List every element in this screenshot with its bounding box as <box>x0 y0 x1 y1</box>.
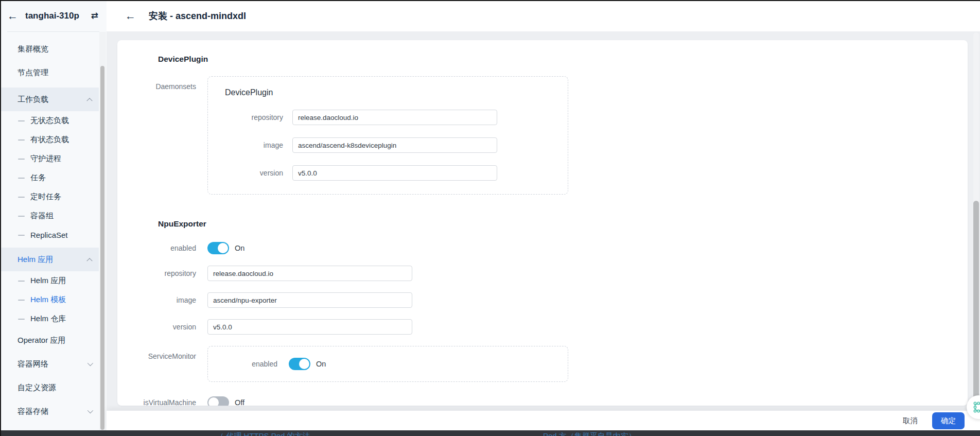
version-label: version <box>208 169 292 177</box>
form-row: repository <box>208 110 568 125</box>
sm-enabled-label: enabled <box>208 360 289 368</box>
dash-icon <box>18 197 25 198</box>
form-row: enabled On <box>208 358 568 370</box>
window-edge-left <box>0 0 1 436</box>
sidebar-item-label: 有状态负载 <box>30 135 69 145</box>
sidebar-header: ← tanghai-310p ⇄ <box>0 0 107 31</box>
sm-enabled-state-text: On <box>316 360 326 368</box>
daemonsets-row: Daemonsets DevicePlugin repository image… <box>117 76 968 195</box>
image-input[interactable] <box>292 137 497 153</box>
chevron-down-icon[interactable] <box>87 408 93 413</box>
isvirtualmachine-toggle[interactable] <box>207 396 229 406</box>
dash-icon <box>18 139 25 141</box>
sidebar-item-label: Helm 仓库 <box>30 314 66 324</box>
refresh-icon[interactable]: ⇄ <box>91 10 98 21</box>
dash-icon <box>18 120 25 121</box>
deviceplugin-panel-title: DevicePlugin <box>225 88 568 97</box>
deviceplugin-panel: DevicePlugin repository image version <box>207 76 568 195</box>
sidebar-section-workloads[interactable]: 工作负载 <box>0 88 99 111</box>
sidebar-scrollbar-track[interactable] <box>99 32 106 436</box>
window-edge-top <box>0 0 980 1</box>
sidebar-item-label: 工作负载 <box>18 95 48 104</box>
sidebar-item-container-network[interactable]: 容器网络 <box>0 352 99 376</box>
image-input[interactable] <box>207 292 412 308</box>
sidebar-item-label: Helm 模板 <box>30 295 66 305</box>
sidebar-item-daemon-process[interactable]: 守护进程 <box>0 149 99 168</box>
sm-enabled-toggle[interactable] <box>289 358 310 370</box>
sidebar-item-helm-repos[interactable]: Helm 仓库 <box>0 309 99 328</box>
sidebar-item-cluster-overview[interactable]: 集群概览 <box>0 37 99 61</box>
repository-label: repository <box>117 269 207 277</box>
servicemonitor-panel: enabled On <box>207 346 568 382</box>
content-scrollbar-thumb[interactable] <box>973 201 979 406</box>
enabled-state-text: On <box>235 244 244 252</box>
sidebar-item-stateless-workloads[interactable]: 无状态负载 <box>0 111 99 130</box>
dash-icon <box>18 319 25 320</box>
version-label: version <box>117 323 207 331</box>
main-area: ← 安装 - ascend-mindxdl DevicePlugin Daemo… <box>107 0 980 436</box>
sidebar-item-node-management[interactable]: 节点管理 <box>0 61 99 84</box>
cluster-back-icon[interactable]: ← <box>7 10 18 21</box>
enabled-label: enabled <box>117 244 207 252</box>
chevron-down-icon[interactable] <box>87 360 93 366</box>
page-header: ← 安装 - ascend-mindxdl <box>107 0 980 31</box>
sidebar-item-label: 无状态负载 <box>30 116 69 126</box>
sidebar-item-helm-apps[interactable]: Helm 应用 <box>0 271 99 290</box>
sidebar-item-label: 容器网络 <box>18 359 48 369</box>
isvirtualmachine-label: isVirtualMachine <box>117 398 207 406</box>
sidebar-scrollbar-thumb[interactable] <box>100 66 104 430</box>
sidebar-item-label: 自定义资源 <box>18 383 56 393</box>
toggle-knob <box>218 243 228 253</box>
image-label: image <box>117 296 207 304</box>
daemonsets-label: Daemonsets <box>117 76 207 91</box>
confirm-button[interactable]: 确定 <box>932 412 965 429</box>
form-row: image <box>117 292 968 308</box>
sidebar-item-label: 集群概览 <box>18 44 48 54</box>
chevron-up-icon[interactable] <box>86 258 92 264</box>
repository-label: repository <box>208 113 292 121</box>
toggle-knob <box>208 397 219 406</box>
form-row: version <box>208 165 568 181</box>
sidebar-item-cronjobs[interactable]: 定时任务 <box>0 187 99 206</box>
dash-icon <box>18 235 25 236</box>
page-back-icon[interactable]: ← <box>125 10 136 21</box>
version-input[interactable] <box>292 165 497 181</box>
dash-icon <box>18 216 25 217</box>
form-row: image <box>208 137 568 153</box>
sidebar-item-label: Helm 应用 <box>18 255 53 265</box>
sidebar-item-stateful-workloads[interactable]: 有状态负载 <box>0 130 99 149</box>
dash-icon <box>18 300 25 301</box>
sidebar: ← tanghai-310p ⇄ 集群概览 节点管理 工作负载 无状态负载 有状… <box>0 0 107 436</box>
sidebar-nav: 集群概览 节点管理 工作负载 无状态负载 有状态负载 守护进程 任务 定时任务 … <box>0 32 107 436</box>
dash-icon <box>18 281 25 282</box>
isvirtualmachine-row: isVirtualMachine Off <box>117 396 968 406</box>
toggle-knob <box>299 359 309 369</box>
footer-bar: 取消 确定 <box>107 410 980 430</box>
isvirtualmachine-state-text: Off <box>235 398 244 406</box>
version-input[interactable] <box>207 319 412 335</box>
sidebar-item-operator-apps[interactable]: Operator 应用 <box>0 328 99 352</box>
sidebar-item-label: 定时任务 <box>30 192 61 202</box>
install-form-card: DevicePlugin Daemonsets DevicePlugin rep… <box>117 40 968 406</box>
sidebar-item-helm-templates[interactable]: Helm 模板 <box>0 290 99 309</box>
enabled-toggle[interactable] <box>207 242 229 254</box>
sidebar-section-helm-apps[interactable]: Helm 应用 <box>0 248 99 271</box>
sidebar-item-replicaset[interactable]: ReplicaSet <box>0 225 99 245</box>
dash-icon <box>18 178 25 179</box>
enabled-row: enabled On <box>117 242 968 254</box>
sidebar-item-custom-resources[interactable]: 自定义资源 <box>0 376 99 399</box>
page-title: 安装 - ascend-mindxdl <box>149 10 246 22</box>
repository-input[interactable] <box>292 110 497 125</box>
npuexporter-heading: NpuExporter <box>158 219 968 229</box>
sidebar-item-label: Operator 应用 <box>18 336 65 345</box>
molecule-icon <box>972 400 980 414</box>
cancel-button[interactable]: 取消 <box>903 416 918 426</box>
sidebar-item-container-storage[interactable]: 容器存储 <box>0 399 99 423</box>
sidebar-item-pods[interactable]: 容器组 <box>0 206 99 225</box>
sidebar-item-label: Helm 应用 <box>30 276 66 286</box>
app-window: ← tanghai-310p ⇄ 集群概览 节点管理 工作负载 无状态负载 有状… <box>0 0 980 436</box>
chevron-up-icon[interactable] <box>86 98 92 103</box>
sidebar-item-label: 容器存储 <box>18 407 48 416</box>
sidebar-item-jobs[interactable]: 任务 <box>0 168 99 187</box>
repository-input[interactable] <box>207 266 412 281</box>
